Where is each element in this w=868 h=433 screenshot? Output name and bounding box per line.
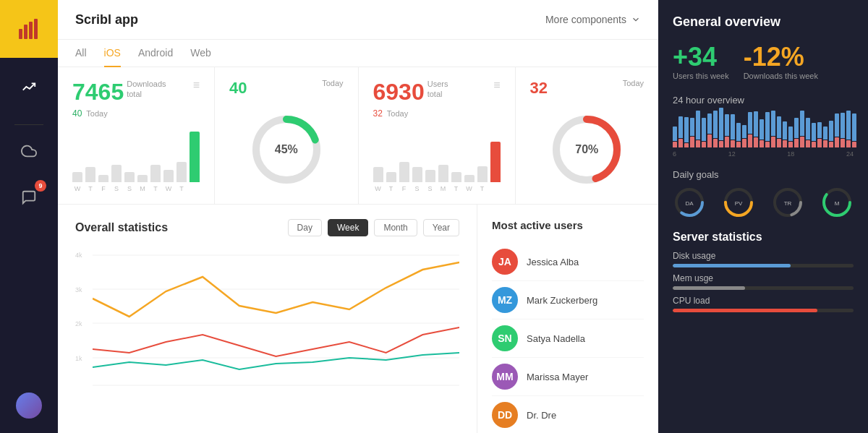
highlight-downloads: -12% Downloads this week [744,44,818,80]
right-panel: General overview +34 Users this week -12… [658,0,868,433]
filter-week[interactable]: Week [328,219,368,236]
hour-bar-red-0 [673,142,677,147]
hour-bar-red-15 [760,140,764,147]
bar-users-6 [451,172,461,182]
hour-bar-red-21 [794,139,799,147]
sidebar-icon-trend[interactable] [14,72,43,101]
hour-labels: 6 12 18 24 [673,150,854,158]
hour-bar-red-4 [696,140,700,147]
sidebar-avatar[interactable] [16,393,42,419]
server-stat-name-1: Mem usge [673,273,713,283]
server-stat-bar-fill-1 [673,286,745,290]
tab-all[interactable]: All [75,40,87,67]
bar-users-7 [464,175,475,183]
hour-bar-blue-16 [765,112,770,141]
bar-users-8 [477,166,488,182]
downloads-menu-icon[interactable]: ≡ [193,79,200,92]
tab-web[interactable]: Web [190,40,211,67]
user-item[interactable]: MMMarissa Mayer [492,358,644,396]
chart-section-header: Overall statistics Day Week Month Year [75,219,459,236]
hour-bar-blue-17 [771,111,775,136]
sidebar-divider [14,124,43,125]
hour-bar-red-22 [800,137,804,147]
hour-col-10 [731,114,735,147]
bottom-area: Overall statistics Day Week Month Year 4… [58,205,658,433]
hour-bar-red-14 [754,137,758,147]
header: Scribl app More components [58,0,658,40]
hour-chart [673,111,854,147]
user-item[interactable]: JAJessica Alba [492,243,644,281]
hour-col-27 [829,121,833,147]
hour-bar-blue-3 [690,118,694,136]
donut-users-pct: 70% [575,143,598,156]
hour-bar-red-5 [702,142,706,147]
hour-bar-blue-25 [817,122,822,138]
hour-bar-blue-6 [707,113,712,134]
hour-bar-blue-26 [823,127,827,140]
bar-label-4: S [124,185,135,192]
hour-bar-red-25 [817,139,822,147]
hour-col-28 [835,113,839,147]
hour-bar-blue-4 [696,111,700,140]
hour-bar-blue-24 [812,123,816,141]
user-name: Satya Nadella [527,333,585,344]
daily-goals-label: Daily goals [673,169,854,180]
hour-col-14 [754,111,758,147]
hour-label-12: 12 [728,150,736,158]
stat-card-users-donut: 32 Today 70% [516,67,659,204]
bar-users-9 [490,142,501,182]
filter-month[interactable]: Month [374,219,417,236]
sidebar-icon-cloud[interactable] [14,137,43,166]
donut-users-header: 32 Today [530,79,644,98]
users-menu-icon[interactable]: ≡ [493,79,500,92]
bar-users-label-6: T [451,185,461,192]
goal-circle-DA: DA [673,186,706,219]
sidebar-icon-chat[interactable]: 9 [14,183,43,212]
hour-bar-blue-18 [777,116,781,138]
hour-col-31 [852,113,856,147]
users-today-count: 32 [373,108,383,119]
server-stat-2: CPU load [673,296,854,312]
hour-bar-blue-27 [829,121,833,141]
more-components-button[interactable]: More components [545,14,641,25]
bar-2 [98,175,109,183]
hour-label-18: 18 [787,150,794,158]
hour-bar-red-23 [806,140,810,147]
app-logo [0,0,58,58]
hour-bar-red-19 [783,140,787,147]
filter-day[interactable]: Day [288,219,322,236]
hour-col-6 [707,113,712,147]
svg-text:TR: TR [784,200,792,207]
chat-badge: 9 [35,180,46,192]
hour-bar-red-11 [736,142,741,147]
user-item[interactable]: DDDr. Dre [492,396,644,433]
hour-col-8 [719,108,723,147]
goal-circle-PV: PV [722,186,755,219]
hour-bar-blue-19 [783,121,787,140]
server-stat-1: Mem usge [673,273,854,290]
hour-col-13 [748,112,752,147]
bar-label-7: W [163,185,174,192]
server-stat-name-0: Disk usage [673,251,715,261]
hour-bar-blue-1 [678,116,683,138]
hour-col-30 [846,111,851,147]
bar-8 [176,162,187,182]
hour-col-26 [823,127,827,147]
user-item[interactable]: MZMark Zuckerberg [492,281,644,320]
goal-circle-M: M [820,186,854,219]
tab-ios[interactable]: iOS [104,40,121,67]
right-panel-title: General overview [673,14,854,30]
filter-year[interactable]: Year [423,219,459,236]
server-stat-bar-fill-2 [673,309,817,312]
hour-col-11 [736,123,741,147]
hour-bar-red-29 [841,139,845,147]
bar-users-label-7: W [464,185,475,192]
server-stat-name-2: CPU load [673,296,710,306]
hour-bar-red-12 [742,139,746,147]
most-active-users-title: Most active users [492,219,644,231]
hour-col-29 [841,113,845,147]
user-item[interactable]: SNSatya Nadella [492,320,644,358]
chart-section: Overall statistics Day Week Month Year 4… [58,205,477,433]
tab-android[interactable]: Android [138,40,173,67]
hour-col-16 [765,112,770,147]
